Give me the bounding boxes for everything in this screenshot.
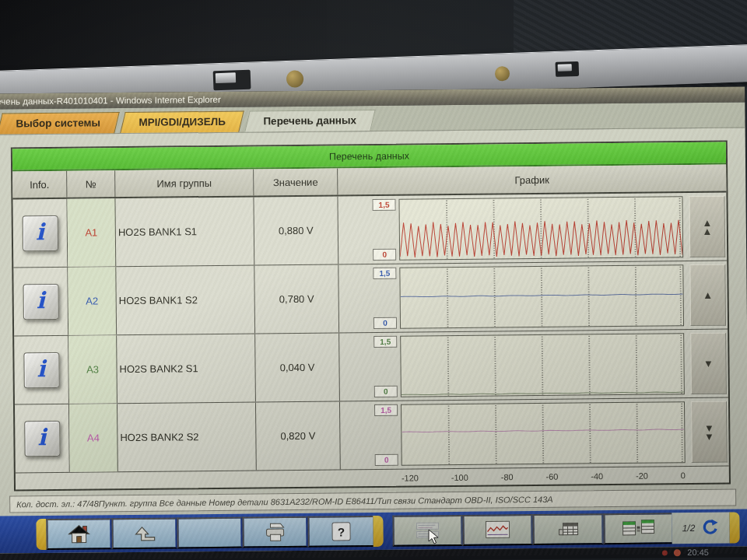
- toolbar-print-button[interactable]: [242, 516, 307, 548]
- info-cell: i: [15, 404, 70, 473]
- info-button[interactable]: i: [23, 352, 59, 387]
- info-button[interactable]: i: [24, 420, 60, 456]
- graph-plot: [400, 333, 685, 397]
- tab-label: Выбор системы: [16, 113, 100, 134]
- data-list-table: Перечень данных Info. № Имя группы Значе…: [11, 141, 731, 492]
- toolbar-blank-button[interactable]: [177, 517, 242, 549]
- scale-column: 1,5 0: [366, 268, 400, 329]
- x-tick-label: -40: [591, 471, 603, 481]
- group-name-cell: HO2S BANK2 S1: [117, 334, 256, 403]
- graph-plot: [401, 401, 686, 466]
- bezel-screw: [286, 70, 304, 88]
- taskbar-clock: 20:45: [687, 548, 709, 557]
- mouse-cursor: [428, 529, 440, 546]
- group-name-cell: HO2S BANK1 S2: [116, 265, 255, 334]
- graph-plot: [398, 196, 683, 261]
- scroll-bottom-button[interactable]: ▼ ▼: [691, 401, 728, 463]
- scroll-up-button[interactable]: ▲: [689, 264, 726, 326]
- row-id-label: A2: [86, 295, 98, 306]
- graph-cell: 1,5 0 ▼ ▼: [340, 398, 729, 470]
- scroll-top-button[interactable]: ▲ ▲: [689, 196, 725, 257]
- x-tick-label: -20: [636, 471, 648, 480]
- tab-system-select[interactable]: Выбор системы: [0, 112, 119, 135]
- value-cell: 0,780 V: [254, 264, 339, 333]
- value-label: 0,780 V: [279, 293, 314, 305]
- graph-plot: [399, 264, 684, 329]
- table-row: i A2 HO2S BANK1 S2 0,780 V 1,5 0: [13, 261, 728, 337]
- scale-column: 1,5 0: [367, 336, 401, 397]
- value-label: 0,040 V: [280, 362, 315, 373]
- home-icon: [66, 523, 91, 544]
- scale-column: 1,5 0: [366, 199, 399, 261]
- toolbar-help-button[interactable]: ?: [307, 516, 373, 548]
- header-info: Info.: [12, 171, 67, 198]
- group-name-label: HO2S BANK1 S1: [118, 226, 197, 238]
- graph-cell: 1,5 0 ▲ ▲: [338, 193, 727, 264]
- graph-cell: 1,5 0 ▲: [338, 261, 728, 333]
- view-graph-button[interactable]: [463, 514, 534, 546]
- group-name-label: HO2S BANK2 S1: [119, 362, 198, 375]
- x-tick-label: -120: [402, 473, 419, 482]
- info-cell: i: [12, 199, 68, 268]
- tab-label: MPI/GDI/ДИЗЕЛЬ: [139, 112, 226, 133]
- tab-mpi-gdi-diesel[interactable]: MPI/GDI/ДИЗЕЛЬ: [120, 111, 244, 134]
- laptop-screen: ечень данных-R401010401 - Windows Intern…: [0, 86, 747, 560]
- x-tick-label: -60: [545, 471, 558, 481]
- value-label: 0,880 V: [279, 225, 314, 236]
- toolbar-left-group: ?: [36, 516, 383, 550]
- page-indicator: 1/2: [682, 523, 696, 534]
- x-axis-labels: -120 -100 -80 -60 -40 -20 0: [402, 471, 686, 483]
- scale-min-box: 0: [374, 386, 398, 397]
- value-cell: 0,880 V: [254, 196, 338, 264]
- scroll-column: ▼: [690, 333, 727, 394]
- info-cell: i: [14, 336, 69, 404]
- table-row: i A1 HO2S BANK1 S1 0,880 V 1,5 0: [12, 193, 727, 268]
- scroll-down-button[interactable]: ▼: [690, 333, 727, 394]
- info-button[interactable]: i: [23, 283, 58, 319]
- x-tick-label: 0: [681, 471, 686, 480]
- up-arrow-icon: ▲: [703, 291, 713, 299]
- row-id-cell: A3: [68, 335, 117, 404]
- scale-max-box: 1,5: [374, 336, 397, 348]
- page-cycle-button[interactable]: [700, 518, 719, 537]
- tab-label: Перечень данных: [263, 110, 356, 131]
- scroll-column: ▲ ▲: [689, 196, 725, 257]
- plot-wrap: [399, 264, 684, 329]
- scale-max-box: 1,5: [372, 199, 395, 211]
- row-id-label: A4: [87, 432, 100, 443]
- double-down-arrow-icon: ▼: [704, 432, 714, 440]
- graph-view-icon: [484, 520, 512, 540]
- bezel-screw: [495, 66, 510, 82]
- scroll-column: ▲: [689, 264, 726, 326]
- page-indicator-cell: 1/2: [672, 513, 730, 544]
- group-name-cell: HO2S BANK2 S2: [117, 402, 257, 471]
- row-id-label: A1: [85, 226, 97, 238]
- bezel-latch: [556, 61, 580, 77]
- back-arrow-icon: [132, 524, 156, 543]
- row-id-cell: A1: [67, 198, 116, 267]
- tab-data-list[interactable]: Перечень данных: [244, 110, 375, 132]
- double-up-arrow-icon: ▲: [702, 226, 712, 235]
- question-mark-icon: ?: [331, 522, 350, 541]
- x-tick-label: -80: [501, 472, 514, 481]
- main-content: Перечень данных Info. № Имя группы Значе…: [0, 128, 747, 560]
- tray-icon: [662, 550, 668, 555]
- toolbar-home-button[interactable]: [46, 518, 111, 550]
- scale-max-box: 1,5: [374, 404, 398, 416]
- scroll-column: ▼ ▼: [691, 401, 728, 463]
- scale-min-box: 0: [374, 317, 397, 329]
- graph-cell: 1,5 0 ▼: [339, 330, 728, 401]
- down-arrow-icon: ▼: [703, 359, 714, 368]
- toolbar-back-button[interactable]: [111, 517, 177, 549]
- view-table-button[interactable]: [533, 513, 604, 545]
- yellow-cap: [729, 512, 739, 543]
- header-group-name: Имя группы: [115, 169, 254, 197]
- info-button[interactable]: i: [22, 215, 58, 250]
- view-dual-table-button[interactable]: [603, 513, 672, 544]
- tray-icon: [674, 549, 681, 556]
- plot-wrap: [398, 196, 683, 261]
- yellow-cap: [373, 516, 383, 547]
- table-row: i A4 HO2S BANK2 S2 0,820 V 1,5 0: [15, 398, 729, 474]
- scale-min-box: 0: [373, 249, 396, 261]
- status-bar: Кол. дост. эл.: 47/48Пункт. группа Все д…: [9, 489, 736, 513]
